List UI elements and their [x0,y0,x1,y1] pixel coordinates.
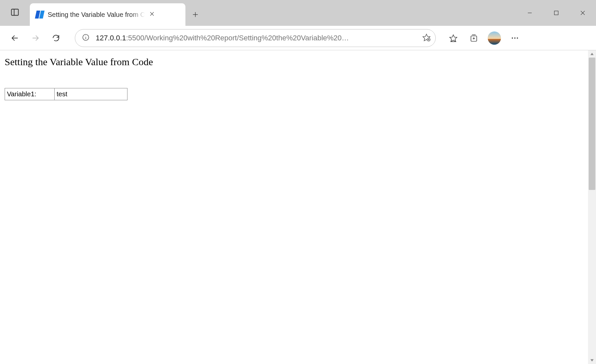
page-heading: Setting the Variable Value from Code [5,56,591,68]
window-controls [517,0,596,26]
svg-point-14 [85,35,86,36]
toolbar: 127.0.0.1:5500/Working%20with%20Report/S… [0,26,596,50]
avatar [488,31,501,45]
forward-button[interactable] [26,29,44,47]
profile-button[interactable] [485,29,503,47]
tab-title: Setting the Variable Value from C [48,11,145,19]
site-info-icon[interactable] [82,33,90,43]
url-path: :5500/Working%20with%20Report/Setting%20… [126,34,349,42]
more-menu-button[interactable] [506,29,524,47]
scroll-track[interactable] [588,58,596,357]
tab-actions-button[interactable] [0,0,30,26]
site-favicon [36,11,44,19]
new-tab-button[interactable] [185,3,205,26]
url-text: 127.0.0.1:5500/Working%20with%20Report/S… [96,34,416,42]
svg-marker-29 [590,359,594,361]
scroll-down-button[interactable] [588,357,596,364]
variable-value-cell: test [55,88,127,100]
active-tab[interactable]: Setting the Variable Value from C [30,3,185,26]
vertical-scrollbar[interactable] [588,50,596,364]
minimize-button[interactable] [517,3,543,23]
refresh-button[interactable] [47,29,65,47]
viewport: Setting the Variable Value from Code Var… [0,50,596,364]
maximize-button[interactable] [543,3,570,23]
page-content: Setting the Variable Value from Code Var… [0,50,596,106]
address-bar[interactable]: 127.0.0.1:5500/Working%20with%20Report/S… [75,29,436,47]
scroll-up-button[interactable] [588,50,596,58]
favorites-button[interactable] [444,29,462,47]
tab-panel-icon [10,8,20,18]
titlebar: Setting the Variable Value from C [0,0,596,26]
back-button[interactable] [6,29,24,47]
add-favorite-button[interactable] [422,33,431,43]
svg-point-27 [517,37,518,39]
table-row: Variable1: test [5,88,127,100]
svg-rect-7 [554,11,558,15]
svg-marker-28 [590,53,594,55]
variable-label-cell: Variable1: [5,88,55,100]
svg-point-26 [514,37,516,39]
close-tab-button[interactable] [149,11,155,18]
svg-point-25 [512,37,513,39]
collections-button[interactable] [465,29,483,47]
svg-marker-19 [450,35,457,41]
close-window-button[interactable] [570,3,596,23]
url-host: 127.0.0.1 [96,34,126,42]
scroll-thumb[interactable] [589,58,595,190]
toolbar-right [444,29,524,47]
report-table: Variable1: test [5,88,127,100]
svg-rect-0 [12,9,19,16]
